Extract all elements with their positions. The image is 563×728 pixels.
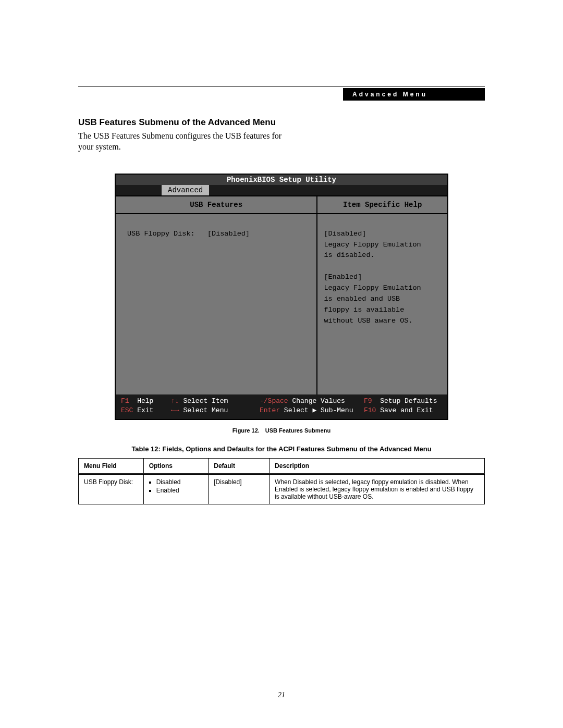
- bios-tabbar: Advanced: [116, 185, 447, 195]
- bios-field-label: USB Floppy Disk:: [127, 230, 195, 238]
- bios-title: PhoenixBIOS Setup Utility: [116, 175, 447, 185]
- cell-default: [Disabled]: [209, 474, 270, 504]
- page-number: 21: [0, 691, 563, 699]
- header-rule: [78, 86, 485, 87]
- th-options: Options: [143, 459, 209, 474]
- option-disabled: Disabled: [156, 478, 203, 486]
- bios-footer: F1 Help ↑↓ Select Item -/Space Change Va…: [116, 394, 447, 419]
- table-row: USB Floppy Disk: Disabled Enabled [Disab…: [79, 474, 485, 504]
- bios-help-text: [Disabled] Legacy Floppy Emulation is di…: [317, 214, 447, 394]
- label-exit: Exit: [137, 406, 153, 414]
- section-heading: USB Features Submenu of the Advanced Men…: [78, 117, 485, 128]
- key-f1: F1: [121, 397, 129, 406]
- th-description: Description: [270, 459, 485, 474]
- label-change-values: Change Values: [292, 397, 345, 405]
- th-default: Default: [209, 459, 270, 474]
- key-esc: ESC: [121, 406, 133, 416]
- label-save-exit: Save and Exit: [380, 406, 433, 414]
- table-caption: Table 12: Fields, Options and Defaults f…: [78, 445, 485, 453]
- bios-left-title: USB Features: [116, 196, 316, 214]
- option-enabled: Enabled: [156, 487, 203, 494]
- key-minus-space: -/Space: [260, 397, 288, 406]
- key-f9: F9: [364, 397, 372, 406]
- label-select-menu: Select Menu: [183, 406, 228, 414]
- bios-tab-advanced: Advanced: [162, 185, 209, 195]
- intro-text: The USB Features Submenu configures the …: [78, 131, 297, 153]
- label-select-sub: Select ▶ Sub-Menu: [284, 406, 353, 414]
- label-select-item: Select Item: [183, 397, 228, 405]
- bios-left-panel: USB Features USB Floppy Disk: [Disabled]: [116, 196, 317, 394]
- bios-left-body: USB Floppy Disk: [Disabled]: [116, 214, 316, 394]
- table-header-row: Menu Field Options Default Description: [79, 459, 485, 474]
- label-setup-defaults: Setup Defaults: [380, 397, 437, 405]
- key-arrows-ud: ↑↓: [171, 397, 179, 406]
- key-arrows-lr: ←→: [171, 406, 179, 416]
- bios-field-value: [Disabled]: [207, 230, 250, 238]
- bios-body: USB Features USB Floppy Disk: [Disabled]…: [116, 195, 447, 394]
- cell-options: Disabled Enabled: [143, 474, 209, 504]
- figure-caption: Figure 12. USB Features Submenu: [78, 427, 485, 434]
- th-menu-field: Menu Field: [79, 459, 144, 474]
- cell-menu-field: USB Floppy Disk:: [79, 474, 144, 504]
- header-bar: Advanced Menu: [78, 88, 485, 101]
- key-f10: F10: [364, 406, 376, 416]
- options-table: Menu Field Options Default Description U…: [78, 458, 485, 504]
- header-label: Advanced Menu: [343, 88, 485, 101]
- page: Advanced Menu USB Features Submenu of th…: [0, 0, 563, 728]
- label-help: Help: [137, 397, 153, 405]
- cell-description: When Disabled is selected, legacy floppy…: [270, 474, 485, 504]
- bios-right-title: Item Specific Help: [317, 196, 447, 214]
- key-enter: Enter: [260, 406, 280, 416]
- bios-screenshot: PhoenixBIOS Setup Utility Advanced USB F…: [115, 174, 448, 421]
- bios-right-panel: Item Specific Help [Disabled] Legacy Flo…: [317, 196, 447, 394]
